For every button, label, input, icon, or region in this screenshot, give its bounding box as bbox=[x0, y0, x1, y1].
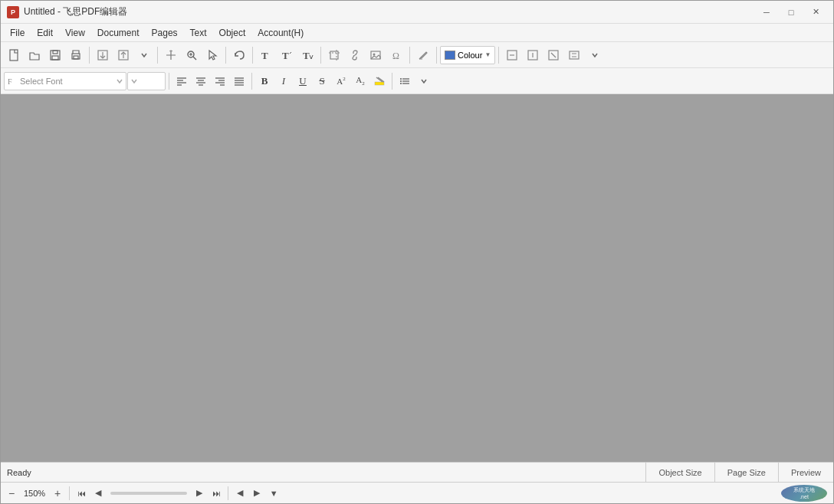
svg-text:T: T bbox=[303, 50, 310, 61]
svg-rect-0 bbox=[10, 50, 18, 61]
next-page-button[interactable]: ▶ bbox=[192, 486, 207, 501]
bold-button[interactable]: B bbox=[255, 72, 274, 90]
print-button[interactable] bbox=[66, 45, 86, 65]
watermark: 系统天地.net bbox=[781, 485, 827, 502]
separator-fmt3 bbox=[392, 73, 392, 90]
bottom-toolbar: − 150% + ⏮ ◀ ▶ ⏭ ◀ ▶ ▼ 系统天地.net bbox=[1, 482, 833, 503]
menu-document[interactable]: Document bbox=[91, 26, 146, 40]
zoom-decrease-button[interactable]: − bbox=[4, 486, 19, 501]
select-tool-button[interactable] bbox=[202, 45, 222, 65]
save-button[interactable] bbox=[45, 45, 65, 65]
zoom-tool-button[interactable] bbox=[182, 45, 202, 65]
app-icon: P bbox=[7, 6, 19, 18]
font-size-input[interactable] bbox=[127, 72, 166, 90]
colour-button[interactable]: Colour ▼ bbox=[440, 46, 495, 64]
separator-bottom2 bbox=[228, 486, 228, 500]
svg-line-16 bbox=[290, 52, 291, 54]
menu-account[interactable]: Account(H) bbox=[251, 26, 310, 40]
separator1 bbox=[89, 47, 90, 64]
font-selector[interactable]: F Select Font bbox=[4, 72, 126, 90]
svg-rect-52 bbox=[375, 82, 384, 85]
svg-line-31 bbox=[551, 53, 556, 57]
font-placeholder: Select Font bbox=[20, 77, 63, 86]
menu-view[interactable]: View bbox=[59, 26, 91, 40]
menu-bar: File Edit View Document Pages Text Objec… bbox=[1, 24, 833, 42]
menu-object[interactable]: Object bbox=[213, 26, 252, 40]
svg-rect-32 bbox=[570, 51, 579, 59]
zoom-level: 150% bbox=[21, 489, 48, 498]
superscript-button[interactable]: A2 bbox=[332, 72, 350, 90]
page-slider[interactable] bbox=[110, 492, 187, 495]
align-right-button[interactable] bbox=[211, 72, 229, 90]
svg-point-23 bbox=[373, 53, 376, 55]
svg-rect-18 bbox=[330, 51, 338, 59]
window-controls: ─ □ ✕ bbox=[755, 5, 827, 20]
pan-tool-button[interactable] bbox=[161, 45, 181, 65]
symbol-button[interactable]: Ω bbox=[386, 45, 406, 65]
tool-r4[interactable] bbox=[564, 45, 584, 65]
first-page-button[interactable]: ⏮ bbox=[74, 486, 89, 501]
separator5 bbox=[320, 47, 321, 64]
text-edit-button[interactable]: T bbox=[277, 45, 297, 65]
underline-button[interactable]: U bbox=[294, 72, 312, 90]
separator-bottom1 bbox=[69, 486, 70, 500]
import-button[interactable] bbox=[93, 45, 113, 65]
new-file-button[interactable] bbox=[4, 45, 24, 65]
more-options-button[interactable]: ▼ bbox=[266, 486, 281, 501]
link-button[interactable] bbox=[345, 45, 365, 65]
canvas-area[interactable] bbox=[1, 94, 833, 462]
tool-r1[interactable] bbox=[502, 45, 522, 65]
last-page-button[interactable]: ⏭ bbox=[208, 486, 224, 501]
svg-text:F: F bbox=[8, 77, 12, 86]
crop-button[interactable] bbox=[324, 45, 344, 65]
maximize-button[interactable]: □ bbox=[780, 5, 803, 20]
list-dropdown[interactable] bbox=[415, 72, 433, 90]
menu-text[interactable]: Text bbox=[184, 26, 213, 40]
colour-swatch bbox=[445, 51, 455, 60]
export-dropdown[interactable] bbox=[134, 45, 154, 65]
tool-r2[interactable] bbox=[523, 45, 543, 65]
title-bar: P Untitled - 飞思PDF编辑器 ─ □ ✕ bbox=[1, 1, 833, 24]
align-justify-button[interactable] bbox=[230, 72, 248, 90]
undo-button[interactable] bbox=[229, 45, 249, 65]
prev-page-button[interactable]: ◀ bbox=[90, 486, 106, 501]
highlight-button[interactable] bbox=[370, 72, 389, 90]
colour-label: Colour bbox=[458, 51, 482, 60]
menu-pages[interactable]: Pages bbox=[146, 26, 184, 40]
colour-dropdown-arrow: ▼ bbox=[484, 51, 491, 58]
svg-line-11 bbox=[193, 57, 196, 60]
separator6 bbox=[409, 47, 410, 64]
menu-file[interactable]: File bbox=[4, 26, 31, 40]
align-left-button[interactable] bbox=[172, 72, 191, 90]
scroll-right-button[interactable]: ▶ bbox=[249, 486, 264, 501]
image-button[interactable] bbox=[366, 45, 386, 65]
text-tool-button[interactable]: T bbox=[256, 45, 276, 65]
status-ready: Ready bbox=[1, 468, 645, 477]
svg-point-59 bbox=[400, 80, 402, 82]
toolbar2: F Select Font B I U S bbox=[1, 68, 833, 94]
italic-button[interactable]: I bbox=[274, 72, 293, 90]
separator-fmt1 bbox=[169, 73, 169, 90]
minimize-button[interactable]: ─ bbox=[755, 5, 778, 20]
menu-edit[interactable]: Edit bbox=[31, 26, 59, 40]
svg-rect-3 bbox=[52, 56, 58, 60]
pen-tool-button[interactable] bbox=[413, 45, 433, 65]
svg-point-60 bbox=[400, 83, 402, 84]
open-file-button[interactable] bbox=[25, 45, 44, 65]
align-center-button[interactable] bbox=[192, 72, 210, 90]
strikethrough-button[interactable]: S bbox=[313, 72, 331, 90]
tool-r3[interactable] bbox=[543, 45, 563, 65]
svg-text:Ω: Ω bbox=[392, 51, 399, 61]
toolbar1: T T T Ω Colour ▼ bbox=[1, 42, 833, 68]
export-button[interactable] bbox=[113, 45, 133, 65]
close-button[interactable]: ✕ bbox=[804, 5, 827, 20]
status-page-size: Page Size bbox=[714, 463, 778, 482]
scroll-left-button[interactable]: ◀ bbox=[232, 486, 248, 501]
text-format-button[interactable]: T bbox=[297, 45, 317, 65]
zoom-increase-button[interactable]: + bbox=[50, 486, 65, 501]
subscript-button[interactable]: A2 bbox=[351, 72, 369, 90]
tool-dropdown[interactable] bbox=[585, 45, 605, 65]
separator7 bbox=[436, 47, 437, 64]
svg-text:T: T bbox=[261, 50, 268, 61]
list-button[interactable] bbox=[396, 72, 414, 90]
